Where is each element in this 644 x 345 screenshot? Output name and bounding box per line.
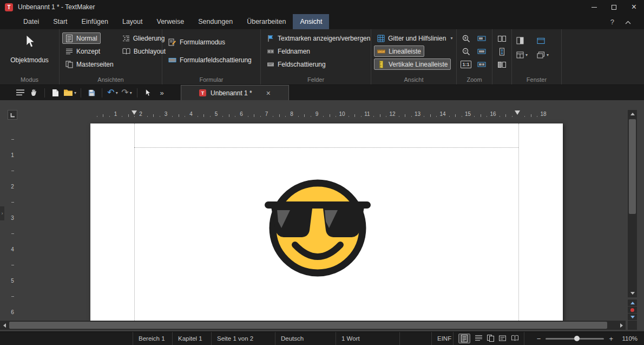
previous-object-button[interactable] (628, 300, 637, 306)
arrange-dropdown-icon[interactable]: ▾ (525, 53, 528, 57)
save-button[interactable] (86, 86, 97, 99)
scroll-right-button[interactable] (617, 321, 626, 330)
window-frame-button[interactable] (535, 37, 558, 44)
formularmodus-button[interactable]: Formularmodus (165, 36, 228, 48)
tab-sendungen[interactable]: Sendungen (191, 14, 240, 29)
vertical-scroll-thumb[interactable] (629, 119, 636, 214)
horizontal-scroll-thumb[interactable] (9, 322, 607, 329)
close-icon: × (632, 2, 636, 12)
maximize-button[interactable] (604, 0, 624, 14)
smiling-face-with-sunglasses-emoji[interactable] (264, 172, 372, 281)
tab-ueberarbeiten[interactable]: Überarbeiten (240, 14, 293, 29)
document-tab-close-icon[interactable]: × (266, 89, 271, 97)
new-document-button[interactable] (49, 86, 61, 99)
undo-dropdown-icon[interactable]: ▾ (116, 90, 118, 95)
facing-pages-button[interactable] (495, 32, 509, 44)
statusbar-wortzahl[interactable]: 1 Wort (336, 332, 399, 345)
zoom-page-width-button[interactable] (475, 45, 489, 57)
fit-height-button[interactable] (495, 45, 509, 57)
ribbon-filler (562, 29, 644, 84)
ribbon-zoom-out-button[interactable] (459, 45, 473, 57)
scroll-left-button[interactable] (0, 321, 9, 330)
normal-button[interactable]: Normal (62, 32, 101, 44)
view-normal-button[interactable] (458, 334, 470, 343)
view-masterseiten-button[interactable] (487, 335, 494, 343)
next-object-button[interactable] (628, 314, 637, 320)
masterseiten-button[interactable]: Masterseiten (62, 58, 117, 70)
open-dropdown-icon[interactable]: ▾ (74, 90, 76, 95)
select-browse-object-button[interactable] (628, 307, 637, 313)
zoom-slider-thumb[interactable] (574, 336, 580, 341)
tab-verweise[interactable]: Verweise (149, 14, 191, 29)
statusbar-einfuegemodus[interactable]: EINF (431, 332, 453, 345)
formularfeldschattierung-button[interactable]: Formularfeldschattierung (165, 54, 255, 66)
tab-einfuegen[interactable]: Einfügen (75, 14, 115, 29)
view-buchlayout-button[interactable] (511, 335, 519, 342)
zoom-original-size-button[interactable]: 1:1 (459, 58, 473, 70)
minimize-button[interactable] (584, 0, 604, 14)
zoom-100-button[interactable] (475, 32, 489, 44)
zoom-slider[interactable] (546, 338, 604, 340)
buchlayout-button[interactable]: Buchlayout (119, 45, 169, 57)
redo-dropdown-icon[interactable]: ▾ (130, 90, 132, 95)
feldschattierung-label: Feldschattierung (278, 61, 326, 68)
first-line-indent-marker[interactable] (132, 110, 137, 115)
statusbar-zoom-out-button[interactable]: − (537, 335, 541, 343)
switch-window-dropdown-icon[interactable]: ▾ (547, 53, 549, 57)
cascade-windows-icon (537, 51, 545, 58)
gliederung-button[interactable]: Gliederung (119, 32, 168, 44)
ribbon-zoom-in-button[interactable] (459, 32, 473, 44)
document-tab[interactable]: T Unbenannt 1 * × (181, 85, 289, 100)
arrange-windows-button[interactable]: ▾ (514, 51, 535, 58)
statusbar-seite[interactable]: Seite 1 von 2 (211, 332, 275, 345)
konzept-button[interactable]: Konzept (62, 45, 103, 57)
horizontal-ruler[interactable]: 1234567891011121314151618 (0, 110, 626, 120)
scroll-down-button[interactable] (628, 289, 637, 297)
hruler-dot (198, 116, 198, 117)
statusbar-zoom-in-button[interactable]: + (609, 335, 613, 343)
formularmodus-label: Formularmodus (180, 38, 225, 46)
textmarken-button[interactable]: Textmarken anzeigen/verbergen (264, 32, 373, 44)
hruler-number: 3 (165, 111, 168, 117)
gitter-hilfslinien-button[interactable]: Gitter und Hilfslinien ▾ (374, 32, 456, 44)
vertical-ruler[interactable]: 123456 (8, 123, 17, 321)
help-button[interactable]: ? (610, 18, 614, 26)
feldnamen-button[interactable]: Feldnamen (264, 45, 313, 57)
sidebar-handle[interactable]: › (0, 206, 4, 220)
tab-start[interactable]: Start (46, 14, 74, 29)
scroll-up-button[interactable] (628, 110, 637, 118)
new-window-button[interactable] (514, 37, 535, 44)
hruler-dot (311, 116, 311, 117)
selection-pointer-button[interactable] (142, 86, 154, 99)
vertikale-linealleiste-button[interactable]: Vertikale Linealleiste (374, 58, 451, 70)
view-konzept-button[interactable] (475, 335, 482, 342)
tab-layout[interactable]: Layout (115, 14, 150, 29)
linealleiste-button[interactable]: Linealleiste (374, 45, 424, 57)
zoom-value[interactable]: 110% (618, 335, 638, 342)
sidebar-menu-button[interactable] (14, 86, 26, 99)
redo-button[interactable]: ↷ ▾ (121, 86, 133, 99)
right-indent-marker[interactable] (515, 110, 520, 115)
view-formularmodus-button[interactable] (499, 335, 506, 343)
close-button[interactable]: × (624, 0, 644, 14)
collapse-ribbon-button[interactable] (625, 18, 631, 26)
tab-ansicht[interactable]: Ansicht (293, 14, 329, 29)
objektmodus-button[interactable]: Objektmodus (0, 31, 59, 74)
book-view-button[interactable] (495, 58, 509, 70)
gitter-dropdown-icon[interactable]: ▾ (450, 36, 452, 41)
open-document-button[interactable]: ▾ (63, 86, 76, 99)
statusbar-sprache[interactable]: Deutsch (275, 332, 336, 345)
document-page[interactable] (90, 123, 563, 321)
statusbar-bereich[interactable]: Bereich 1 (133, 332, 172, 345)
statusbar-kapitel[interactable]: Kapitel 1 (172, 332, 211, 345)
pan-hand-button[interactable] (28, 86, 40, 99)
horizontal-scrollbar[interactable] (0, 321, 626, 330)
undo-button[interactable]: ↶ ▾ (107, 86, 119, 99)
zoom-whole-page-button[interactable] (475, 58, 489, 70)
toolbar-overflow-button[interactable]: » (156, 86, 168, 99)
tab-datei[interactable]: Datei (16, 14, 46, 29)
feldschattierung-button[interactable]: Feldschattierung (264, 58, 329, 70)
switch-window-button[interactable]: ▾ (535, 51, 558, 58)
view-normal-icon (461, 335, 468, 342)
vertical-scrollbar[interactable] (628, 110, 637, 297)
